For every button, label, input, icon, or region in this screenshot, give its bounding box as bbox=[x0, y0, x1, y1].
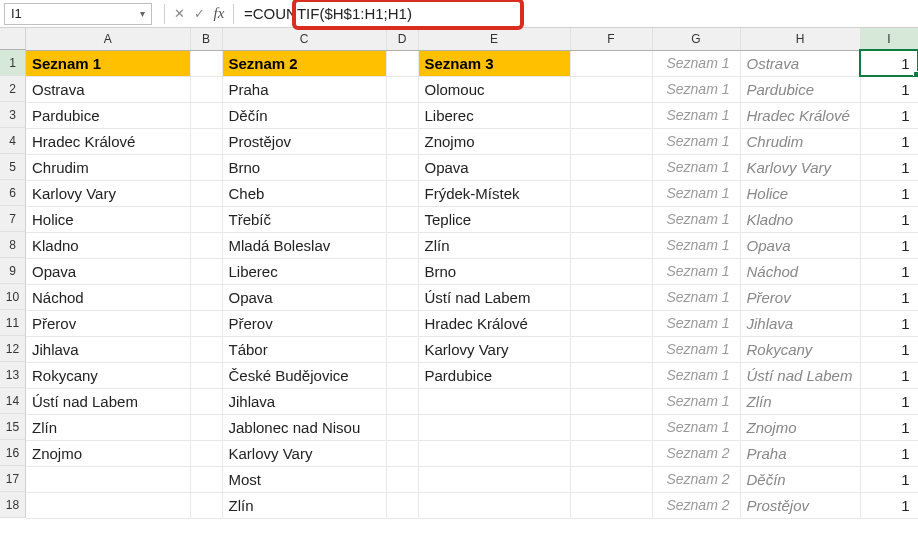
cell-I3[interactable]: 1 bbox=[860, 102, 918, 128]
cell-E3[interactable]: Liberec bbox=[418, 102, 570, 128]
cell-D6[interactable] bbox=[386, 180, 418, 206]
cell-F11[interactable] bbox=[570, 310, 652, 336]
row-header-12[interactable]: 12 bbox=[0, 336, 26, 362]
cell-B18[interactable] bbox=[190, 492, 222, 518]
cell-A14[interactable]: Ústí nad Labem bbox=[26, 388, 190, 414]
enter-icon[interactable]: ✓ bbox=[189, 6, 209, 21]
cancel-icon[interactable]: ✕ bbox=[169, 6, 189, 21]
cell-B8[interactable] bbox=[190, 232, 222, 258]
cell-F9[interactable] bbox=[570, 258, 652, 284]
cell-G17[interactable]: Seznam 2 bbox=[652, 466, 740, 492]
cell-A9[interactable]: Opava bbox=[26, 258, 190, 284]
cell-G11[interactable]: Seznam 1 bbox=[652, 310, 740, 336]
cell-E9[interactable]: Brno bbox=[418, 258, 570, 284]
cell-E6[interactable]: Frýdek-Místek bbox=[418, 180, 570, 206]
cell-A11[interactable]: Přerov bbox=[26, 310, 190, 336]
cell-A10[interactable]: Náchod bbox=[26, 284, 190, 310]
cell-C1[interactable]: Seznam 2 bbox=[222, 50, 386, 76]
cell-E16[interactable] bbox=[418, 440, 570, 466]
cell-C5[interactable]: Brno bbox=[222, 154, 386, 180]
select-all-corner[interactable] bbox=[0, 28, 26, 50]
cell-G7[interactable]: Seznam 1 bbox=[652, 206, 740, 232]
cell-E11[interactable]: Hradec Králové bbox=[418, 310, 570, 336]
cell-A2[interactable]: Ostrava bbox=[26, 76, 190, 102]
cell-B1[interactable] bbox=[190, 50, 222, 76]
cell-C4[interactable]: Prostějov bbox=[222, 128, 386, 154]
cell-G8[interactable]: Seznam 1 bbox=[652, 232, 740, 258]
cell-H11[interactable]: Jihlava bbox=[740, 310, 860, 336]
cell-A5[interactable]: Chrudim bbox=[26, 154, 190, 180]
cell-I12[interactable]: 1 bbox=[860, 336, 918, 362]
cell-G6[interactable]: Seznam 1 bbox=[652, 180, 740, 206]
cell-A7[interactable]: Holice bbox=[26, 206, 190, 232]
cell-C18[interactable]: Zlín bbox=[222, 492, 386, 518]
cell-G5[interactable]: Seznam 1 bbox=[652, 154, 740, 180]
cell-C13[interactable]: České Budějovice bbox=[222, 362, 386, 388]
cell-D4[interactable] bbox=[386, 128, 418, 154]
cell-C8[interactable]: Mladá Boleslav bbox=[222, 232, 386, 258]
cell-A17[interactable] bbox=[26, 466, 190, 492]
row-header-4[interactable]: 4 bbox=[0, 128, 26, 154]
cell-F3[interactable] bbox=[570, 102, 652, 128]
cell-F10[interactable] bbox=[570, 284, 652, 310]
cell-A8[interactable]: Kladno bbox=[26, 232, 190, 258]
cell-D8[interactable] bbox=[386, 232, 418, 258]
row-header-15[interactable]: 15 bbox=[0, 414, 26, 440]
cell-D3[interactable] bbox=[386, 102, 418, 128]
cell-I6[interactable]: 1 bbox=[860, 180, 918, 206]
name-box[interactable]: I1 ▾ bbox=[4, 3, 152, 25]
cell-D12[interactable] bbox=[386, 336, 418, 362]
cell-D18[interactable] bbox=[386, 492, 418, 518]
cell-C6[interactable]: Cheb bbox=[222, 180, 386, 206]
cell-E14[interactable] bbox=[418, 388, 570, 414]
row-header-9[interactable]: 9 bbox=[0, 258, 26, 284]
cell-A16[interactable]: Znojmo bbox=[26, 440, 190, 466]
cell-H18[interactable]: Prostějov bbox=[740, 492, 860, 518]
cell-C7[interactable]: Třebíč bbox=[222, 206, 386, 232]
row-header-2[interactable]: 2 bbox=[0, 76, 26, 102]
cell-F8[interactable] bbox=[570, 232, 652, 258]
cell-A15[interactable]: Zlín bbox=[26, 414, 190, 440]
cell-H14[interactable]: Zlín bbox=[740, 388, 860, 414]
cell-D1[interactable] bbox=[386, 50, 418, 76]
cell-I17[interactable]: 1 bbox=[860, 466, 918, 492]
cell-H6[interactable]: Holice bbox=[740, 180, 860, 206]
worksheet[interactable]: ABCDEFGHI Seznam 1Seznam 2Seznam 3Seznam… bbox=[26, 28, 918, 544]
cell-F14[interactable] bbox=[570, 388, 652, 414]
cell-D15[interactable] bbox=[386, 414, 418, 440]
cell-F15[interactable] bbox=[570, 414, 652, 440]
col-header-B[interactable]: B bbox=[190, 28, 222, 50]
row-header-16[interactable]: 16 bbox=[0, 440, 26, 466]
cell-H3[interactable]: Hradec Králové bbox=[740, 102, 860, 128]
cell-H4[interactable]: Chrudim bbox=[740, 128, 860, 154]
cell-E10[interactable]: Ústí nad Labem bbox=[418, 284, 570, 310]
cell-E13[interactable]: Pardubice bbox=[418, 362, 570, 388]
cell-I8[interactable]: 1 bbox=[860, 232, 918, 258]
chevron-down-icon[interactable]: ▾ bbox=[133, 8, 151, 19]
cell-F7[interactable] bbox=[570, 206, 652, 232]
cell-B4[interactable] bbox=[190, 128, 222, 154]
cell-D11[interactable] bbox=[386, 310, 418, 336]
cell-G1[interactable]: Seznam 1 bbox=[652, 50, 740, 76]
cell-F12[interactable] bbox=[570, 336, 652, 362]
cell-B14[interactable] bbox=[190, 388, 222, 414]
cell-G13[interactable]: Seznam 1 bbox=[652, 362, 740, 388]
col-header-H[interactable]: H bbox=[740, 28, 860, 50]
cell-F16[interactable] bbox=[570, 440, 652, 466]
cell-B5[interactable] bbox=[190, 154, 222, 180]
cell-A4[interactable]: Hradec Králové bbox=[26, 128, 190, 154]
cell-B16[interactable] bbox=[190, 440, 222, 466]
cell-D10[interactable] bbox=[386, 284, 418, 310]
row-header-8[interactable]: 8 bbox=[0, 232, 26, 258]
cell-I5[interactable]: 1 bbox=[860, 154, 918, 180]
cell-B11[interactable] bbox=[190, 310, 222, 336]
col-header-I[interactable]: I bbox=[860, 28, 918, 50]
cell-G3[interactable]: Seznam 1 bbox=[652, 102, 740, 128]
col-header-E[interactable]: E bbox=[418, 28, 570, 50]
formula-input[interactable]: =COUNTIF($H$1:H1;H1) bbox=[238, 3, 918, 25]
cell-I2[interactable]: 1 bbox=[860, 76, 918, 102]
cell-H13[interactable]: Ústí nad Labem bbox=[740, 362, 860, 388]
cell-H1[interactable]: Ostrava bbox=[740, 50, 860, 76]
row-header-7[interactable]: 7 bbox=[0, 206, 26, 232]
cell-I18[interactable]: 1 bbox=[860, 492, 918, 518]
